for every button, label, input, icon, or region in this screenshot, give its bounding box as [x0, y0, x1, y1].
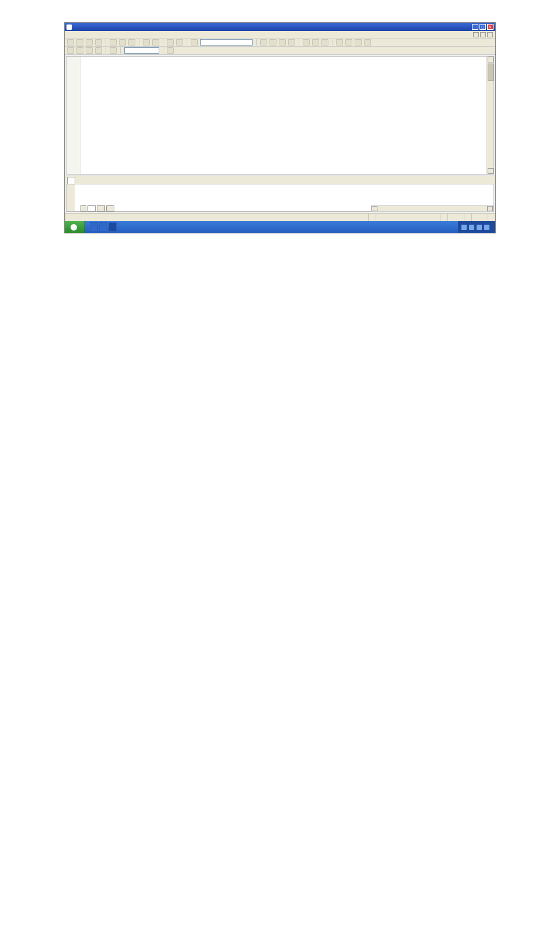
find-icon[interactable] [191, 39, 198, 46]
target-options-icon[interactable] [167, 47, 174, 54]
target-combo[interactable] [124, 47, 159, 54]
menu-bar [65, 31, 495, 39]
output-tab-command[interactable] [97, 205, 105, 212]
toolbar-build [65, 47, 495, 55]
find-combo[interactable] [200, 39, 253, 46]
code-text[interactable] [80, 57, 487, 174]
window-titlebar: _ □ × [65, 23, 495, 31]
output-window-label [66, 184, 75, 211]
code-editor[interactable] [66, 56, 494, 174]
windows-logo-icon [71, 224, 77, 230]
tray-icon[interactable] [484, 225, 489, 230]
toolbar-file [65, 39, 495, 47]
window-list-icon[interactable] [321, 39, 328, 46]
output-window [66, 184, 494, 212]
scroll-thumb[interactable] [488, 64, 494, 81]
copy-icon[interactable] [119, 39, 126, 46]
tray-icon[interactable] [469, 225, 474, 230]
status-simulation [368, 214, 376, 221]
bookmark-prev-icon[interactable] [270, 39, 276, 46]
minimize-button[interactable]: _ [472, 24, 478, 30]
open-file-icon[interactable] [76, 39, 83, 46]
save-all-icon[interactable] [95, 39, 102, 46]
app-icon [66, 25, 72, 30]
indent-left-icon[interactable] [167, 39, 174, 46]
bookmark-toggle-icon[interactable] [260, 39, 267, 46]
hscroll-right-icon[interactable] [487, 206, 493, 211]
build-icon[interactable] [76, 47, 83, 54]
taskbar-item[interactable] [90, 222, 98, 232]
help-icon[interactable] [364, 39, 371, 46]
line-gutter [66, 57, 80, 174]
tray-icon[interactable] [477, 225, 482, 230]
output-sep-left[interactable] [80, 205, 86, 212]
taskbar-item[interactable] [99, 222, 107, 232]
status-rw [488, 214, 495, 221]
scroll-down-icon[interactable] [488, 168, 494, 174]
debug-icon[interactable] [303, 39, 310, 46]
redo-icon[interactable] [152, 39, 159, 46]
status-cursor-pos [440, 214, 447, 221]
mdi-minimize-button[interactable] [473, 32, 479, 37]
mdi-restore-button[interactable] [480, 32, 486, 37]
bookmark-next-icon[interactable] [279, 39, 286, 46]
undo-icon[interactable] [143, 39, 150, 46]
mdi-close-button[interactable] [487, 32, 493, 37]
cut-icon[interactable] [110, 39, 117, 46]
maximize-button[interactable]: □ [480, 24, 486, 30]
books-icon[interactable] [355, 39, 362, 46]
editor-tab-bar [65, 176, 495, 184]
scroll-up-icon[interactable] [488, 57, 494, 62]
save-file-icon[interactable] [86, 39, 93, 46]
status-bar [65, 213, 495, 221]
new-file-icon[interactable] [67, 39, 74, 46]
output-window-icon[interactable] [345, 39, 352, 46]
tray-icon[interactable] [461, 225, 467, 230]
editor-tab[interactable] [67, 177, 75, 184]
paste-icon[interactable] [128, 39, 135, 46]
breakpoint-icon[interactable] [312, 39, 319, 46]
output-horizontal-scrollbar[interactable] [371, 205, 494, 212]
close-button[interactable]: × [487, 24, 494, 30]
system-tray[interactable] [458, 221, 495, 233]
output-tab-build[interactable] [88, 205, 96, 212]
output-tab-find[interactable] [106, 205, 114, 212]
vertical-scrollbar[interactable] [487, 57, 494, 174]
indent-right-icon[interactable] [176, 39, 183, 46]
download-icon[interactable] [110, 47, 117, 54]
windows-taskbar [65, 221, 495, 233]
stop-build-icon[interactable] [95, 47, 102, 54]
bookmark-clear-icon[interactable] [288, 39, 295, 46]
hscroll-left-icon[interactable] [372, 206, 377, 211]
rebuild-icon[interactable] [86, 47, 93, 54]
translate-icon[interactable] [67, 47, 74, 54]
taskbar-item-active[interactable] [108, 222, 117, 232]
start-button[interactable] [65, 221, 85, 233]
status-num [464, 214, 471, 221]
ide-screenshot: _ □ × [64, 22, 496, 233]
project-window-icon[interactable] [336, 39, 343, 46]
